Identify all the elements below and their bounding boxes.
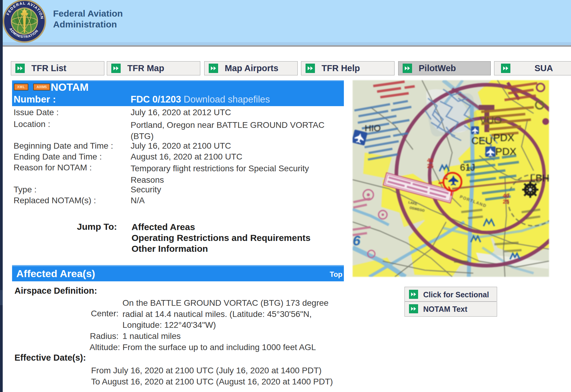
svg-text:6: 6 — [353, 233, 360, 248]
svg-text:HIO: HIO — [365, 123, 381, 133]
svg-text:PDX: PDX — [495, 146, 516, 157]
svg-text:25: 25 — [503, 198, 509, 205]
svg-text:61J: 61J — [460, 162, 475, 173]
svg-text:40: 40 — [503, 193, 509, 199]
svg-text:46: 46 — [427, 157, 433, 163]
svg-text:25: 25 — [427, 163, 434, 169]
svg-text:LBH: LBH — [530, 172, 549, 184]
svg-text:VUO: VUO — [480, 114, 502, 126]
svg-text:CEU: CEU — [471, 135, 493, 146]
svg-text:PDX: PDX — [493, 132, 514, 143]
